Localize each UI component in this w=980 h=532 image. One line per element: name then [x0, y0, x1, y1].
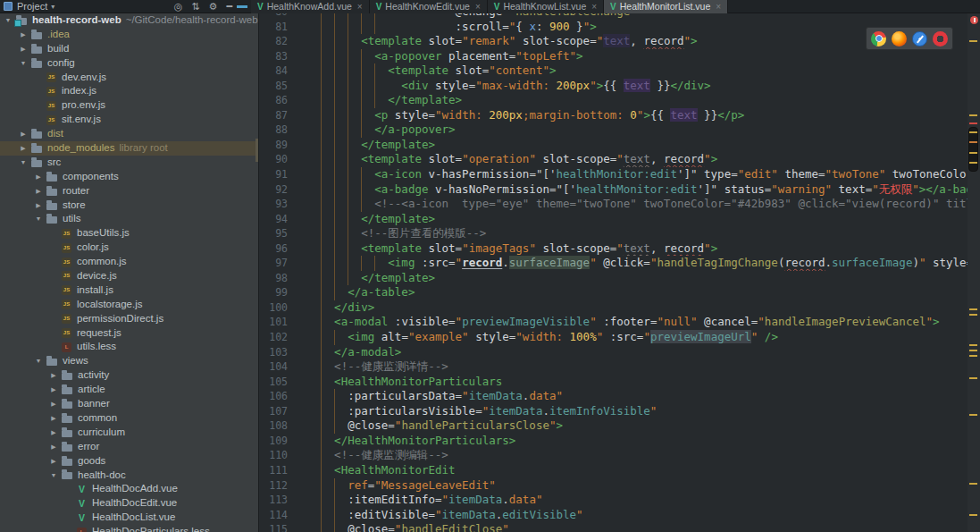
line-number[interactable]: 93 [259, 197, 289, 212]
tree-item-install-js[interactable]: JSinstall.js [0, 283, 258, 298]
close-tab-icon[interactable]: × [475, 2, 481, 12]
splitter-handle-icon[interactable] [237, 5, 247, 8]
tree-item-index-js[interactable]: JSindex.js [0, 84, 258, 98]
tree-item-health-doc[interactable]: ▼health-doc [0, 469, 258, 483]
line-number[interactable]: 109 [259, 434, 289, 449]
line-number[interactable]: 102 [259, 330, 289, 345]
line-number[interactable]: 104 [259, 359, 289, 375]
tree-item-components[interactable]: ▶components [0, 170, 258, 184]
editor-tab-healthknowadd-vue[interactable]: VHealthKnowAdd.vue× [251, 0, 370, 13]
tree-item-permissiondirect-js[interactable]: JSpermissionDirect.js [0, 312, 258, 326]
tree-item-activity[interactable]: ▶activity [0, 368, 258, 383]
line-number[interactable]: 84 [259, 63, 289, 79]
collapse-arrow-icon[interactable]: ▼ [19, 156, 28, 170]
settings-gear-icon[interactable]: ⚙ [209, 1, 218, 12]
tree-item-sit-env-js[interactable]: JSsit.env.js [0, 113, 258, 127]
stripe-mark-yellow[interactable] [969, 377, 977, 379]
line-number[interactable]: 90 [259, 152, 289, 167]
tree-item-build[interactable]: ▶build [0, 42, 258, 56]
expand-arrow-icon[interactable]: ▶ [19, 42, 28, 56]
stripe-mark-yellow[interactable] [969, 344, 977, 346]
tree-item-src[interactable]: ▼src [0, 156, 258, 170]
stripe-mark-yellow[interactable] [969, 152, 977, 154]
tree-item-goods[interactable]: ▶goods [0, 454, 258, 469]
tree-item-store[interactable]: ▶store [0, 198, 258, 213]
collapse-arrow-icon[interactable]: ▼ [4, 13, 13, 28]
close-tab-icon[interactable]: × [357, 2, 363, 12]
expand-arrow-icon[interactable]: ▶ [19, 141, 28, 156]
tree-item-common-js[interactable]: JScommon.js [0, 255, 258, 269]
line-number[interactable]: 87 [259, 108, 289, 123]
line-number[interactable]: 103 [259, 345, 289, 360]
line-number[interactable]: 108 [259, 418, 289, 434]
stripe-mark-yellow[interactable] [969, 131, 977, 133]
tree-item-curriculum[interactable]: ▶curriculum [0, 426, 258, 440]
line-number[interactable]: 91 [259, 167, 289, 182]
tree-item-utils[interactable]: ▼utils [0, 212, 258, 226]
line-number[interactable]: 95 [259, 226, 289, 241]
line-number[interactable]: 111 [259, 463, 289, 478]
line-number[interactable]: 112 [259, 478, 289, 494]
line-number[interactable]: 105 [259, 375, 289, 390]
line-number[interactable]: 88 [259, 122, 289, 138]
expand-arrow-icon[interactable]: ▶ [19, 127, 28, 141]
tree-item-healthdocparticulars-less[interactable]: LHealthDocParticulars.less [0, 525, 258, 532]
tree-item-banner[interactable]: ▶banner [0, 397, 258, 411]
line-number[interactable]: 114 [259, 508, 289, 523]
close-tab-icon[interactable]: × [591, 2, 597, 12]
stripe-mark-yellow[interactable] [969, 114, 977, 116]
collapse-arrow-icon[interactable]: ▼ [49, 469, 58, 483]
tree-item-router[interactable]: ▶router [0, 184, 258, 198]
tree-item-config[interactable]: ▼config [0, 56, 258, 71]
line-number[interactable]: 106 [259, 389, 289, 404]
tree-item-request-js[interactable]: JSrequest.js [0, 326, 258, 341]
stripe-mark-orange[interactable] [969, 141, 977, 143]
locate-icon[interactable]: ◎ [174, 1, 183, 12]
editor-tab-healthmonitorlist-vue[interactable]: VHealthMonitorList.vue× [604, 0, 728, 13]
expand-arrow-icon[interactable]: ▶ [19, 28, 28, 42]
tree-item-node-modules[interactable]: ▶node_moduleslibrary root [0, 141, 258, 156]
collapse-all-icon[interactable]: ⇅ [191, 1, 199, 12]
line-number[interactable]: 94 [259, 212, 289, 227]
editor-tab-healthknowedit-vue[interactable]: VHealthKnowEdit.vue× [370, 0, 488, 13]
tree-item-device-js[interactable]: JSdevice.js [0, 269, 258, 283]
opera-browser-icon[interactable] [933, 31, 948, 46]
line-number[interactable]: 97 [259, 256, 289, 271]
hide-panel-icon[interactable]: ━ [226, 1, 232, 12]
collapse-arrow-icon[interactable]: ▼ [34, 354, 43, 368]
line-number[interactable]: 81 [259, 20, 289, 35]
stripe-mark-yellow[interactable] [969, 40, 977, 42]
close-tab-icon[interactable]: × [716, 2, 721, 12]
line-number[interactable]: 98 [259, 271, 289, 286]
tree-item-healthdoclist-vue[interactable]: VHealthDocList.vue [0, 511, 258, 525]
tree-item-healthdocedit-vue[interactable]: VHealthDocEdit.vue [0, 496, 258, 511]
stripe-mark-yellow[interactable] [969, 162, 977, 164]
tree-item-utils-less[interactable]: Lutils.less [0, 340, 258, 354]
line-number[interactable]: 92 [259, 182, 289, 198]
tree-item-healthdocadd-vue[interactable]: VHealthDocAdd.vue [0, 482, 258, 496]
stripe-mark-yellow[interactable] [969, 514, 977, 516]
line-number[interactable]: 113 [259, 493, 289, 508]
expand-arrow-icon[interactable]: ▶ [34, 198, 43, 213]
tree-item-health-record-web[interactable]: ▼health-record-web~/GitCode/health-recor… [0, 13, 258, 28]
collapse-arrow-icon[interactable]: ▼ [19, 56, 28, 71]
tree-item-localstorage-js[interactable]: JSlocalstorage.js [0, 298, 258, 312]
editor-tab-healthknowlist-vue[interactable]: VHealthKnowList.vue× [488, 0, 604, 13]
expand-arrow-icon[interactable]: ▶ [34, 184, 43, 198]
expand-arrow-icon[interactable]: ▶ [49, 440, 58, 454]
chevron-down-icon[interactable]: ▾ [51, 3, 54, 11]
line-number[interactable]: 86 [259, 93, 289, 108]
line-number[interactable]: 100 [259, 300, 289, 316]
stripe-mark-yellow[interactable] [969, 308, 977, 310]
tree-item-error[interactable]: ▶error [0, 440, 258, 454]
line-number[interactable]: 89 [259, 138, 289, 153]
stripe-mark-yellow[interactable] [969, 355, 977, 357]
expand-arrow-icon[interactable]: ▶ [49, 426, 58, 440]
line-number[interactable]: 85 [259, 79, 289, 94]
tree-item-dist[interactable]: ▶dist [0, 127, 258, 141]
line-number[interactable]: 99 [259, 285, 289, 300]
chrome-browser-icon[interactable] [871, 31, 886, 46]
expand-arrow-icon[interactable]: ▶ [49, 454, 58, 469]
stripe-mark-red[interactable] [969, 122, 977, 124]
line-number[interactable]: 101 [259, 315, 289, 330]
